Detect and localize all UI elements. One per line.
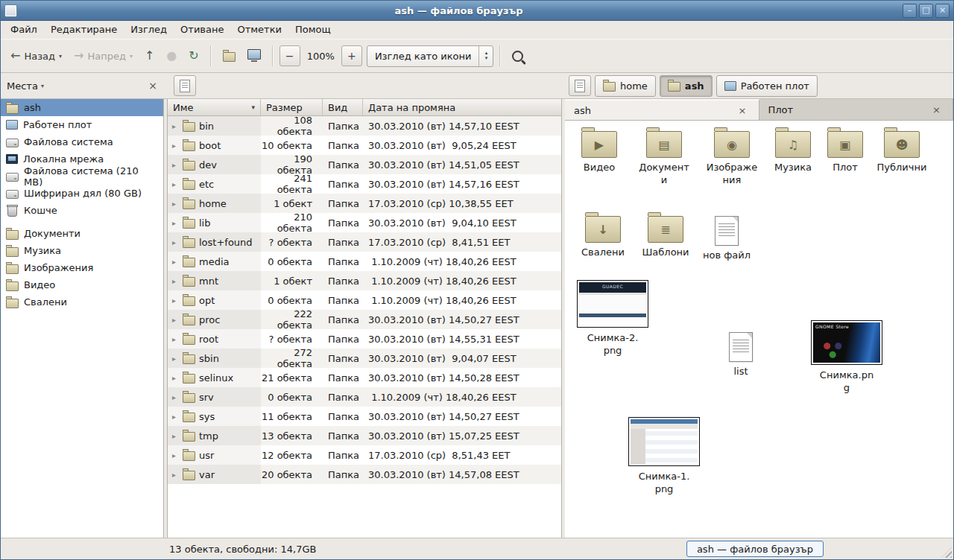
reload-button[interactable]: ↻: [183, 46, 203, 66]
tab-close-icon[interactable]: ×: [736, 104, 750, 118]
back-button[interactable]: ← Назад ▾: [5, 46, 67, 66]
table-row[interactable]: lost+found ? обекта Папка 17.03.2010 (ср…: [168, 232, 561, 252]
sidebar-place-item[interactable]: Кошче: [1, 202, 163, 219]
maximize-button[interactable]: □: [919, 4, 933, 18]
places-close-button[interactable]: ×: [145, 78, 160, 93]
search-button[interactable]: [507, 47, 528, 66]
table-row[interactable]: media 0 обекта Папка 1.10.2009 (чт) 18,4…: [168, 252, 561, 271]
pathbar-home-button[interactable]: home: [595, 75, 656, 97]
icon-view-item[interactable]: Изображения: [702, 131, 762, 187]
expander-icon[interactable]: [172, 161, 179, 169]
table-row[interactable]: usr 12 обекта Папка 17.03.2010 (ср) 8,51…: [168, 445, 561, 465]
sidebar-place-item[interactable]: Работен плот: [1, 116, 163, 133]
expander-icon[interactable]: [172, 238, 179, 246]
table-row[interactable]: sbin 272 обекта Папка 30.03.2010 (вт) 9,…: [168, 349, 561, 368]
places-selector[interactable]: Места ▾: [7, 80, 44, 92]
sidebar-place-item[interactable]: Файлова система (210 MB): [1, 168, 163, 185]
sidebar-place-item[interactable]: Видео: [1, 276, 163, 293]
expander-icon[interactable]: [172, 354, 179, 363]
tab-plot[interactable]: Плот ×: [759, 99, 954, 120]
icon-view-item[interactable]: Документи: [629, 131, 699, 187]
icon-view-item[interactable]: list: [718, 332, 763, 378]
expander-icon[interactable]: [172, 432, 179, 440]
combo-arrows-icon[interactable]: ▴▾: [478, 46, 493, 66]
table-row[interactable]: var 20 обекта Папка 30.03.2010 (вт) 14,5…: [168, 465, 561, 484]
table-row[interactable]: proc 222 обекта Папка 30.03.2010 (вт) 14…: [168, 310, 561, 329]
table-row[interactable]: dev 190 обекта Папка 30.03.2010 (вт) 14,…: [168, 155, 561, 174]
icon-view-item[interactable]: Свалени: [574, 216, 632, 259]
icon-view-item[interactable]: Снимка-1.png: [625, 417, 704, 496]
sidebar-place-item[interactable]: Документи: [1, 225, 163, 242]
tab-close-icon[interactable]: ×: [929, 103, 944, 117]
expander-icon[interactable]: [172, 122, 179, 130]
minimize-button[interactable]: –: [903, 4, 917, 18]
expander-icon[interactable]: [172, 374, 179, 382]
table-row[interactable]: etc 241 обекта Папка 30.03.2010 (вт) 14,…: [168, 174, 561, 194]
zoom-in-button[interactable]: +: [341, 45, 362, 66]
expander-icon[interactable]: [172, 413, 179, 421]
expander-icon[interactable]: [172, 141, 179, 150]
menu-view[interactable]: Изглед: [124, 21, 174, 39]
tab-ash[interactable]: ash ×: [565, 99, 759, 120]
expander-icon[interactable]: [172, 393, 179, 401]
table-row[interactable]: sys 11 обекта Папка 30.03.2010 (вт) 14,5…: [168, 407, 561, 426]
column-header-date[interactable]: Дата на промяна: [363, 99, 561, 115]
computer-button[interactable]: [242, 45, 266, 66]
menu-go[interactable]: Отиване: [174, 21, 230, 39]
icon-view-item[interactable]: нов файл: [701, 216, 753, 262]
menu-help[interactable]: Помощ: [288, 21, 338, 39]
view-mode-select[interactable]: Изглед като икони ▴▾: [367, 45, 494, 67]
pane-location-button[interactable]: [174, 75, 196, 96]
column-header-name[interactable]: Име ▾: [168, 99, 261, 115]
icon-view[interactable]: Видео Документи Изображения: [565, 121, 953, 538]
back-dropdown-icon[interactable]: ▾: [59, 53, 62, 60]
icon-view-item[interactable]: Музика: [765, 131, 821, 174]
expander-icon[interactable]: [172, 316, 179, 324]
menu-file[interactable]: Файл: [4, 21, 44, 39]
expander-icon[interactable]: [172, 471, 179, 479]
icon-view-item[interactable]: Плот: [823, 131, 868, 174]
table-row[interactable]: root ? обекта Папка 30.03.2010 (вт) 14,5…: [168, 329, 561, 349]
column-header-type[interactable]: Вид: [323, 99, 363, 115]
table-row[interactable]: opt 0 обекта Папка 1.10.2009 (чт) 18,40,…: [168, 290, 561, 310]
table-row[interactable]: lib 210 обекта Папка 30.03.2010 (вт) 9,0…: [168, 213, 561, 232]
sidebar-place-item[interactable]: Файлова система: [1, 133, 163, 150]
table-row[interactable]: srv 0 обекта Папка 1.10.2009 (чт) 18,40,…: [168, 387, 561, 407]
expander-icon[interactable]: [172, 180, 179, 188]
sidebar-place-item[interactable]: ash: [1, 99, 163, 116]
pathbar-desktop-button[interactable]: Работен плот: [716, 75, 818, 97]
close-button[interactable]: ×: [935, 4, 950, 18]
pathbar-ash-button[interactable]: ash: [660, 75, 713, 97]
menu-edit[interactable]: Редактиране: [44, 21, 124, 39]
expander-icon[interactable]: [172, 451, 179, 459]
pathbar-scroll-button[interactable]: [569, 75, 591, 96]
menu-bookmarks[interactable]: Отметки: [230, 21, 288, 39]
resize-grip[interactable]: [941, 547, 952, 558]
column-header-size[interactable]: Размер: [261, 99, 323, 115]
up-button[interactable]: ↑: [139, 46, 159, 66]
icon-view-item[interactable]: GUADEC Снимка-2.png: [574, 280, 651, 357]
home-button[interactable]: [218, 46, 241, 66]
icon-view-item[interactable]: Видео: [571, 131, 628, 174]
taskbar-window-button[interactable]: ash — файлов браузър: [686, 541, 824, 557]
icon-view-item[interactable]: Шаблони: [635, 216, 696, 259]
sidebar-place-item[interactable]: Шифриран дял (80 GB): [1, 185, 163, 202]
sidebar-place-item[interactable]: Изображения: [1, 259, 163, 276]
table-row[interactable]: home 1 обект Папка 17.03.2010 (ср) 10,38…: [168, 194, 561, 213]
stop-button[interactable]: ●: [161, 46, 182, 66]
expander-icon[interactable]: [172, 277, 179, 285]
sidebar-place-item[interactable]: Музика: [1, 242, 163, 259]
expander-icon[interactable]: [172, 296, 179, 305]
table-row[interactable]: tmp 13 обекта Папка 30.03.2010 (вт) 15,0…: [168, 426, 561, 445]
table-row[interactable]: selinux 21 обекта Папка 30.03.2010 (вт) …: [168, 368, 561, 387]
zoom-out-button[interactable]: −: [279, 45, 300, 66]
icon-view-item[interactable]: Публични: [869, 131, 935, 174]
expander-icon[interactable]: [172, 200, 179, 208]
expander-icon[interactable]: [172, 258, 179, 266]
expander-icon[interactable]: [172, 219, 179, 227]
table-row[interactable]: bin 108 обекта Папка 30.03.2010 (вт) 14,…: [168, 116, 561, 136]
sidebar-place-item[interactable]: Свалени: [1, 293, 163, 311]
table-row[interactable]: boot 10 обекта Папка 30.03.2010 (вт) 9,0…: [168, 136, 561, 155]
table-row[interactable]: mnt 1 обект Папка 1.10.2009 (чт) 18,40,2…: [168, 271, 561, 290]
icon-view-item[interactable]: GNOME Store Снимка.png: [805, 320, 888, 395]
